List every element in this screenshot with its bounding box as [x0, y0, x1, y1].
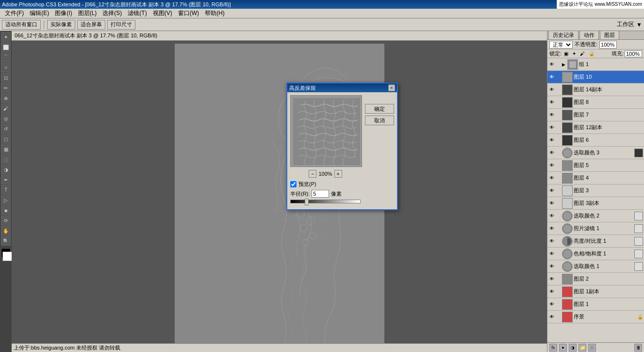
layer-12-copy[interactable]: 👁 图层 12副本	[547, 121, 644, 134]
menu-image[interactable]: 图像(I)	[52, 8, 75, 18]
layer-visibility-eye[interactable]: 👁	[548, 175, 555, 182]
dialog-ok-btn[interactable]: 确定	[365, 104, 394, 114]
layer-visibility-eye[interactable]: 👁	[548, 288, 555, 295]
layer-background[interactable]: 👁 序景 🔒	[547, 311, 644, 323]
layer-visibility-eye[interactable]: 👁	[548, 200, 555, 207]
fit-screen-btn[interactable]: 适合屏幕	[77, 20, 105, 30]
opacity-input[interactable]	[599, 41, 617, 49]
layer-4[interactable]: 👁 图层 4	[547, 172, 644, 184]
layer-visibility-eye[interactable]: 👁	[548, 301, 555, 308]
lock-all-icon[interactable]: 🔒	[587, 50, 596, 57]
layer-visibility-eye[interactable]: 👁	[548, 124, 555, 131]
tool-text[interactable]: T	[1, 185, 11, 195]
tool-dodge[interactable]: ◑	[1, 165, 11, 174]
layer-3[interactable]: 👁 图层 3	[547, 184, 644, 197]
tool-background-color[interactable]	[2, 251, 12, 261]
tool-shape[interactable]: ■	[1, 205, 11, 215]
menu-file[interactable]: 文件(F)	[2, 8, 27, 18]
layer-photo-filter-1[interactable]: 👁 照片滤镜 1	[547, 222, 644, 235]
lock-image-icon[interactable]: 🖌	[578, 50, 586, 57]
tool-blur[interactable]: ◌	[1, 154, 11, 164]
layer-visibility-eye[interactable]: 👁	[548, 137, 555, 144]
blend-mode-select[interactable]: 正常	[549, 41, 573, 49]
layer-visibility-eye[interactable]: 👁	[548, 74, 555, 81]
layer-visibility-eye[interactable]: 👁	[548, 263, 555, 270]
layer-visibility-eye[interactable]: 👁	[548, 213, 555, 219]
tool-clone[interactable]: ◎	[1, 114, 11, 123]
layer-hue-saturation[interactable]: 👁 色相/饱和度 1	[547, 248, 644, 260]
tool-pen[interactable]: ✒	[1, 175, 11, 184]
move-all-windows-btn[interactable]: 适动所有窗口	[2, 20, 41, 30]
menu-filter[interactable]: 滤镜(T)	[125, 8, 149, 18]
tool-lasso[interactable]: ⌒	[1, 52, 11, 62]
tool-select-rect[interactable]: ⬜	[1, 42, 11, 52]
tool-magic-wand[interactable]: ✧	[1, 63, 11, 72]
layer-visibility-eye[interactable]: 👁	[548, 225, 555, 232]
lock-position-icon[interactable]: ✦	[571, 50, 578, 57]
layer-7[interactable]: 👁 图层 7	[547, 109, 644, 121]
dialog-cancel-btn[interactable]: 取消	[365, 116, 394, 125]
menu-edit[interactable]: 编辑(E)	[27, 8, 52, 18]
menu-select[interactable]: 选择(S)	[99, 8, 125, 18]
tab-actions[interactable]: 动作	[579, 31, 599, 39]
menu-layer[interactable]: 图层(L)	[75, 8, 100, 18]
layer-visibility-eye[interactable]: 👁	[548, 61, 555, 68]
tool-hand[interactable]: ✋	[1, 226, 11, 235]
layer-brightness-contrast[interactable]: 👁 亮度/对比度 1	[547, 235, 644, 248]
radius-input[interactable]	[312, 190, 329, 198]
delete-layer-btn[interactable]: 🗑	[634, 344, 642, 352]
preview-checkbox[interactable]	[290, 181, 297, 187]
layer-visibility-eye[interactable]: 👁	[548, 86, 555, 93]
fill-input[interactable]	[625, 50, 642, 57]
layer-1[interactable]: 👁 图层 1	[547, 298, 644, 311]
tool-zoom[interactable]: 🔍	[1, 236, 11, 246]
menu-view[interactable]: 视图(V)	[150, 8, 175, 18]
layer-10[interactable]: 👁 图层 10	[547, 71, 644, 84]
layer-visibility-eye[interactable]: 👁	[548, 187, 555, 194]
layer-visibility-eye[interactable]: 👁	[548, 162, 555, 169]
layer-2[interactable]: 👁 图层 2	[547, 273, 644, 285]
tool-brush[interactable]: 🖌	[1, 103, 11, 113]
tool-eyedropper[interactable]: ✏	[1, 83, 11, 93]
menu-help[interactable]: 帮助(H)	[202, 8, 228, 18]
radius-slider-track[interactable]	[290, 200, 361, 203]
zoom-out-btn[interactable]: −	[309, 170, 316, 178]
layer-3-copy[interactable]: 👁 图层 3副本	[547, 197, 644, 210]
layer-visibility-eye[interactable]: 👁	[548, 238, 555, 245]
tool-crop[interactable]: ⊡	[1, 73, 11, 83]
tab-history[interactable]: 历史记录	[548, 31, 578, 39]
tool-move[interactable]: ✦	[1, 32, 11, 42]
layer-visibility-eye[interactable]: 👁	[548, 314, 555, 320]
canvas-tab[interactable]: 066_12寸杂志朋封画试本 副本 3 @ 17.7% (图层 10, RGB/…	[12, 31, 547, 41]
lock-transparent-icon[interactable]: ▣	[562, 50, 570, 57]
add-mask-btn[interactable]: ●	[559, 344, 567, 352]
layer-selective-color-3[interactable]: 👁 选取颜色 3	[547, 147, 644, 159]
layer-selective-color-1[interactable]: 👁 选取颜色 1	[547, 260, 644, 273]
tool-path-select[interactable]: ▷	[1, 195, 11, 205]
layer-visibility-eye[interactable]: 👁	[548, 251, 555, 257]
tool-3d-rotate[interactable]: ⟳	[1, 216, 11, 225]
actual-pixels-btn[interactable]: 实际像素	[47, 20, 75, 30]
layer-1-copy[interactable]: 👁 图层 1副本	[547, 285, 644, 298]
new-group-btn[interactable]: 📁	[578, 344, 586, 352]
layer-6[interactable]: 👁 图层 6	[547, 134, 644, 147]
layer-group-1[interactable]: 👁 ▶ 组 1	[547, 58, 644, 71]
tool-eraser[interactable]: ◻	[1, 134, 11, 144]
tool-history-brush[interactable]: ↺	[1, 124, 11, 134]
layer-14-copy[interactable]: 👁 图层 14副本	[547, 84, 644, 96]
new-layer-btn[interactable]: □	[588, 344, 596, 352]
menu-window[interactable]: 窗口(W)	[175, 8, 202, 18]
tool-heal[interactable]: ⊕	[1, 93, 11, 103]
layer-visibility-eye[interactable]: 👁	[548, 276, 555, 283]
tool-gradient[interactable]: ▦	[1, 144, 11, 154]
new-adjustment-btn[interactable]: ◑	[569, 344, 577, 352]
radius-slider-thumb[interactable]	[305, 199, 309, 205]
layer-visibility-eye[interactable]: 👁	[548, 150, 555, 156]
zoom-in-btn[interactable]: +	[334, 170, 342, 178]
layer-5[interactable]: 👁 图层 5	[547, 159, 644, 172]
layer-8[interactable]: 👁 图层 8	[547, 96, 644, 109]
dialog-preview[interactable]	[290, 95, 362, 167]
print-size-btn[interactable]: 打印尺寸	[107, 20, 135, 30]
dialog-close-btn[interactable]: ×	[388, 84, 395, 91]
tab-layers[interactable]: 图层	[600, 31, 619, 39]
